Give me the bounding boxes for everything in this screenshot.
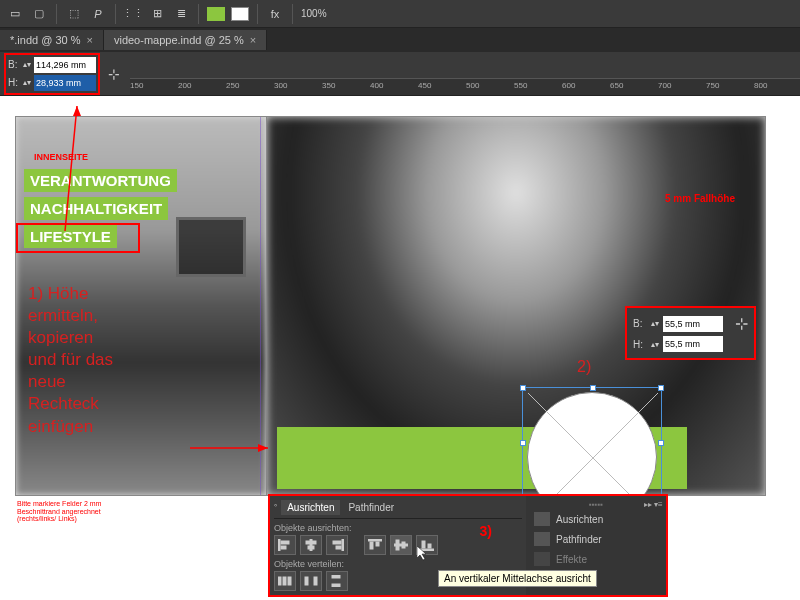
width-input[interactable]	[663, 316, 723, 332]
menu-icon[interactable]: ▾≡	[654, 500, 662, 508]
scale-icon[interactable]: ⊹	[108, 66, 120, 82]
width-input[interactable]	[34, 57, 96, 73]
svg-rect-29	[332, 575, 340, 578]
scale-icon[interactable]: ⊹	[735, 314, 748, 333]
align-bottom-btn[interactable]	[416, 535, 438, 555]
dist-btn[interactable]	[300, 571, 322, 591]
panel-tabs: ◦ Ausrichten Pathfinder ▸▸ ▾≡	[274, 500, 522, 519]
svg-rect-20	[402, 542, 405, 548]
step2-label: 2)	[577, 357, 591, 378]
document-tab[interactable]: *.indd @ 30 %×	[0, 30, 104, 50]
align-right-btn[interactable]	[326, 535, 348, 555]
tool-icon[interactable]: fx	[266, 5, 284, 23]
tool-icon[interactable]: ⋮⋮	[124, 5, 142, 23]
align-panel: ◦ Ausrichten Pathfinder ▸▸ ▾≡ Objekte au…	[268, 494, 668, 597]
svg-rect-26	[288, 577, 291, 585]
stepper-icon[interactable]: ▴▾	[23, 60, 31, 69]
document-tabs: *.indd @ 30 %× video-mappe.indd @ 25 %×	[0, 28, 800, 52]
svg-rect-13	[333, 541, 341, 544]
svg-rect-6	[278, 539, 280, 551]
dist-btn[interactable]	[326, 571, 348, 591]
svg-rect-24	[278, 577, 281, 585]
floating-dimensions: B: ▴▾ ⊹ H: ▴▾	[625, 306, 756, 360]
close-icon[interactable]: ×	[87, 34, 93, 46]
svg-rect-22	[422, 541, 425, 548]
close-icon[interactable]: ×	[250, 34, 256, 46]
selection-frame	[522, 387, 662, 496]
tooltip: An vertikaler Mittelachse ausricht	[438, 570, 597, 587]
width-label: B:	[8, 59, 20, 70]
app-toolbar: ▭ ▢ ⬚ P ⋮⋮ ⊞ ≣ fx 100%	[0, 0, 800, 28]
width-label: B:	[633, 318, 647, 329]
dist-btn[interactable]	[274, 571, 296, 591]
collapse-icon[interactable]: ▸▸	[644, 500, 652, 508]
tool-icon[interactable]: ≣	[172, 5, 190, 23]
tool-icon[interactable]: ▢	[30, 5, 48, 23]
svg-rect-14	[336, 546, 341, 549]
width-height-box: B: ▴▾ H: ▴▾	[4, 53, 100, 95]
svg-rect-21	[420, 549, 434, 551]
stepper-icon[interactable]: ▴▾	[651, 340, 659, 349]
align-tab[interactable]: Ausrichten	[281, 500, 340, 515]
svg-rect-30	[332, 584, 340, 587]
control-bar: B: ▴▾ H: ▴▾ ⊹ 15020025030035040045050055…	[0, 52, 800, 96]
svg-rect-25	[283, 577, 286, 585]
document-tab[interactable]: video-mappe.indd @ 25 %×	[104, 30, 267, 50]
svg-rect-12	[342, 539, 344, 551]
svg-rect-16	[370, 542, 373, 549]
svg-rect-19	[396, 540, 399, 550]
side-align[interactable]: Ausrichten	[530, 509, 662, 529]
svg-marker-3	[73, 106, 81, 116]
section-label: Objekte ausrichten: 3)	[274, 523, 522, 533]
align-vcenter-btn[interactable]	[390, 535, 412, 555]
tool-icon[interactable]: ▭	[6, 5, 24, 23]
pathfinder-tab[interactable]: Pathfinder	[342, 500, 400, 515]
svg-rect-17	[376, 542, 379, 546]
stepper-icon[interactable]: ▴▾	[651, 319, 659, 328]
svg-rect-8	[281, 546, 286, 549]
side-pathfinder[interactable]: Pathfinder	[530, 529, 662, 549]
tool-icon[interactable]: ⊞	[148, 5, 166, 23]
svg-rect-7	[281, 541, 289, 544]
side-effects[interactable]: Effekte	[530, 549, 662, 569]
swatch-icon[interactable]	[231, 7, 249, 21]
stepper-icon[interactable]: ▴▾	[23, 78, 31, 87]
align-hcenter-btn[interactable]	[300, 535, 322, 555]
horizontal-ruler: 1502002503003504004505005506006507007508…	[130, 78, 800, 96]
caption-text: Bitte markiere Felder 2 mm Beschnittrand…	[17, 500, 101, 523]
svg-rect-10	[306, 541, 316, 544]
left-page: INNENSEITE VERANTWORTUNG NACHHALTIGKEIT …	[15, 116, 267, 496]
height-input[interactable]	[663, 336, 723, 352]
tool-icon[interactable]: P	[89, 5, 107, 23]
svg-rect-11	[308, 546, 314, 549]
align-left-btn[interactable]	[274, 535, 296, 555]
height-input[interactable]	[34, 75, 96, 91]
section-label: Objekte verteilen:	[274, 559, 522, 569]
tool-icon[interactable]: ⬚	[65, 5, 83, 23]
svg-rect-27	[305, 577, 308, 585]
align-buttons	[274, 535, 480, 555]
height-label: H:	[8, 77, 20, 88]
svg-rect-23	[428, 544, 431, 548]
svg-rect-28	[314, 577, 317, 585]
height-label: H:	[633, 339, 647, 350]
fallhohe-label: 5 mm Fallhöhe	[665, 193, 735, 204]
svg-rect-15	[368, 539, 382, 541]
swatch-icon[interactable]	[207, 7, 225, 21]
zoom-value[interactable]: 100%	[301, 8, 327, 19]
align-top-btn[interactable]	[364, 535, 386, 555]
